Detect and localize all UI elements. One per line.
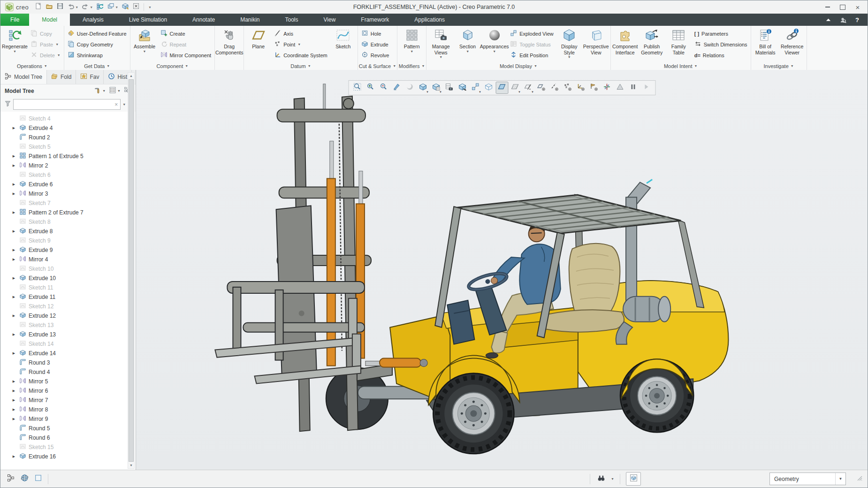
expand-arrow-icon[interactable]: ▶ [11, 248, 17, 252]
navigator-tab-fav[interactable]: Fav [76, 70, 104, 84]
selection-filter-select[interactable]: Geometry ▼ [769, 473, 846, 485]
tree-item-pattern-2-of-extrude-7[interactable]: ▶Pattern 2 of Extrude 7 [0, 208, 136, 217]
tab-live-simulation[interactable]: Live Simulation [116, 14, 180, 26]
tree-item-extrude-11[interactable]: ▶Extrude 11 [0, 292, 136, 302]
tree-item-extrude-12[interactable]: ▶Extrude 12 [0, 311, 136, 320]
minimize-button[interactable] [821, 2, 835, 12]
expand-arrow-icon[interactable]: ▶ [11, 126, 17, 130]
resize-grip[interactable] [856, 474, 863, 483]
collapse-ribbon-icon[interactable] [824, 15, 832, 24]
group-caret-icon[interactable]: ▼ [791, 64, 794, 68]
ribbon-button-perspective-view[interactable]: Perspective View [583, 27, 609, 62]
ribbon-group-label[interactable]: Cut & Surface▼ [359, 62, 396, 70]
ribbon-button-appearances[interactable]: Appearances▼ [481, 27, 508, 62]
pause-button[interactable] [627, 82, 640, 94]
tab-tools[interactable]: Tools [273, 14, 311, 26]
dropdown-caret-icon[interactable]: ▼ [148, 6, 152, 9]
expand-arrow-icon[interactable]: ▶ [11, 380, 17, 383]
tab-applications[interactable]: Applications [402, 14, 457, 26]
ribbon-button-relations[interactable]: d=Relations [693, 50, 749, 60]
dropdown-caret-icon[interactable]: ▼ [115, 6, 118, 9]
dropdown-caret-icon[interactable]: ▼ [466, 50, 469, 53]
ribbon-button-reference-viewer[interactable]: Reference Viewer [779, 27, 806, 62]
tree-item-mirror-6[interactable]: ▶Mirror 6 [0, 386, 136, 396]
tree-item-mirror-9[interactable]: ▶Mirror 9 [0, 414, 136, 424]
tree-item-round-4[interactable]: Round 4 [0, 367, 136, 377]
datum-display-filters-button[interactable]: ▼ [522, 82, 534, 94]
expand-arrow-icon[interactable]: ▶ [11, 211, 17, 214]
undo-button[interactable]: ▼ [66, 2, 80, 12]
tree-item-extrude-6[interactable]: ▶Extrude 6 [0, 180, 136, 189]
scroll-up-icon[interactable]: ▲ [128, 73, 134, 79]
spin-center-button[interactable] [601, 82, 613, 94]
expand-arrow-icon[interactable]: ▶ [11, 351, 17, 355]
forklift-3d-model[interactable] [136, 70, 868, 470]
windows-button[interactable]: ▼ [106, 2, 120, 12]
tree-item-extrude-13[interactable]: ▶Extrude 13 [0, 330, 136, 339]
dropdown-caret-icon[interactable]: ▼ [117, 89, 121, 92]
expand-arrow-icon[interactable]: ▶ [11, 154, 17, 158]
ribbon-group-label[interactable]: Get Data▼ [65, 62, 129, 70]
ribbon-button-publish-geometry[interactable]: Publish Geometry [639, 27, 665, 62]
tree-item-extrude-10[interactable]: ▶Extrude 10 [0, 274, 136, 283]
tree-item-extrude-16[interactable]: ▶Extrude 16 [0, 452, 136, 461]
ribbon-button-create[interactable]: Create [159, 29, 213, 38]
ribbon-button-user-defined-feature[interactable]: User-Defined Feature [66, 29, 129, 38]
ribbon-button-regenerate[interactable]: Regenerate▼ [1, 27, 28, 62]
tree-item-mirror-5[interactable]: ▶Mirror 5 [0, 377, 136, 386]
dropdown-caret-icon[interactable]: ▼ [493, 50, 496, 53]
zoom-in-button[interactable] [364, 82, 377, 94]
model-tree-toggle-button[interactable] [5, 473, 17, 485]
save-button[interactable] [55, 2, 65, 12]
group-caret-icon[interactable]: ▼ [44, 64, 47, 68]
axis-display-button[interactable] [548, 82, 561, 94]
group-caret-icon[interactable]: ▼ [107, 64, 110, 68]
tree-item-mirror-7[interactable]: ▶Mirror 7 [0, 396, 136, 405]
tree-item-mirror-4[interactable]: ▶Mirror 4 [0, 255, 136, 264]
expand-arrow-icon[interactable]: ▶ [11, 398, 17, 402]
tree-filter-input[interactable] [16, 101, 114, 108]
ribbon-group-label[interactable]: Operations▼ [1, 62, 63, 70]
dropdown-caret-icon[interactable]: ▼ [611, 477, 614, 480]
tab-analysis[interactable]: Analysis [70, 14, 116, 26]
tree-item-sketch-4[interactable]: Sketch 4 [0, 114, 136, 123]
ribbon-button-copy-geometry[interactable]: Copy Geometry [66, 39, 129, 49]
tree-item-pattern-1-of-extrude-5[interactable]: ▶Pattern 1 of Extrude 5 [0, 152, 136, 161]
group-caret-icon[interactable]: ▼ [534, 64, 537, 68]
annotation-toggle-button[interactable] [587, 82, 600, 94]
customize-toolbar-button[interactable]: ▼ [146, 2, 153, 12]
dropdown-caret-icon[interactable]: ▼ [426, 91, 429, 93]
tree-item-extrude-14[interactable]: ▶Extrude 14 [0, 349, 136, 358]
tab-file[interactable]: File [0, 14, 29, 26]
navigator-tab-model-tree[interactable]: Model Tree [0, 70, 47, 84]
tree-item-sketch-12[interactable]: Sketch 12 [0, 302, 136, 311]
ribbon-button-extrude[interactable]: Extrude [359, 39, 391, 49]
dropdown-caret-icon[interactable]: ▼ [55, 43, 59, 46]
ribbon-button-plane[interactable]: Plane [245, 27, 272, 62]
tree-item-sketch-13[interactable]: Sketch 13 [0, 320, 136, 330]
ribbon-button-exploded-view[interactable]: Exploded View [508, 29, 556, 38]
filter-clear-icon[interactable]: × [114, 101, 118, 108]
ribbon-group-label[interactable]: Modifiers▼ [398, 62, 425, 70]
tab-view[interactable]: View [311, 14, 349, 26]
ribbon-button-axis[interactable]: Axis [272, 29, 329, 38]
ribbon-group-label[interactable]: Investigate▼ [752, 62, 806, 70]
dropdown-caret-icon[interactable]: ▼ [90, 6, 93, 9]
ribbon-button-pattern[interactable]: Pattern▼ [398, 27, 425, 62]
ribbon-button-mirror-component[interactable]: Mirror Component [159, 50, 213, 60]
activate-window-button[interactable] [120, 2, 130, 12]
expand-arrow-icon[interactable]: ▶ [11, 258, 17, 261]
annotation-display-button[interactable]: ▼ [509, 82, 521, 94]
tree-item-extrude-8[interactable]: ▶Extrude 8 [0, 227, 136, 236]
maximize-button[interactable] [836, 2, 850, 12]
shade-button[interactable] [404, 82, 416, 94]
tree-item-sketch-6[interactable]: Sketch 6 [0, 170, 136, 180]
shading-with-edges-button[interactable] [495, 82, 508, 94]
view-manager-button[interactable] [443, 82, 456, 94]
display-style-button[interactable]: ▼ [417, 82, 429, 94]
ribbon-button-parameters[interactable]: [ ]Parameters [693, 29, 749, 38]
view-normal-button[interactable] [456, 82, 469, 94]
expand-arrow-icon[interactable]: ▶ [11, 417, 17, 421]
dropdown-caret-icon[interactable]: ▼ [518, 91, 521, 93]
model-status-button[interactable] [626, 472, 641, 486]
